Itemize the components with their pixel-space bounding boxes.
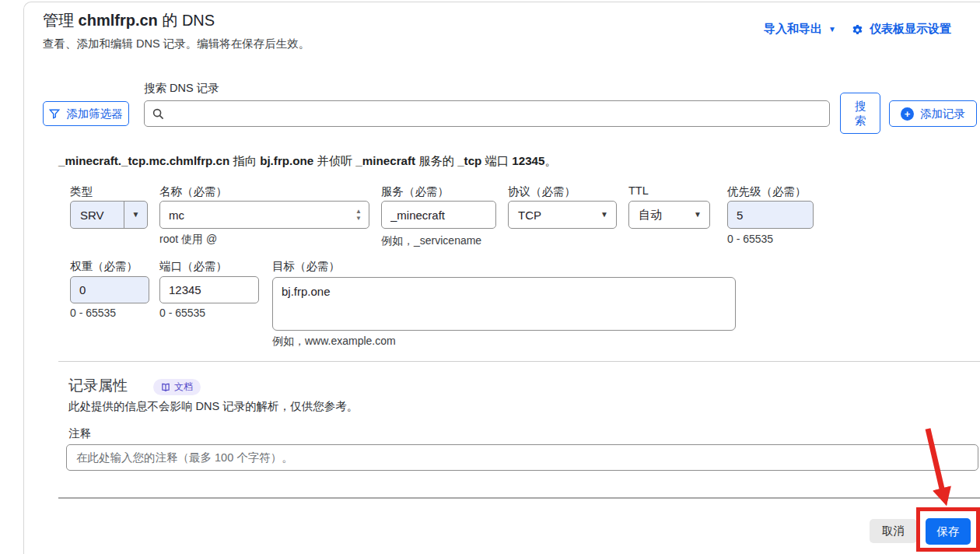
section-divider <box>58 361 980 362</box>
comment-input[interactable] <box>66 444 978 471</box>
weight-label: 权重（必需） <box>70 259 138 274</box>
weight-field-wrap <box>70 276 149 303</box>
comment-label: 注释 <box>68 426 91 441</box>
filter-icon <box>49 108 60 119</box>
name-label: 名称（必需） <box>159 184 227 199</box>
port-input[interactable] <box>160 277 258 303</box>
protocol-select-value: TCP <box>509 209 593 222</box>
weight-input[interactable] <box>71 277 149 303</box>
type-select[interactable]: SRV ▼ <box>70 201 148 229</box>
name-field-wrap: ▲ ▼ <box>159 201 369 229</box>
add-filter-button[interactable]: 添加筛选器 <box>43 101 129 126</box>
save-button[interactable]: 保存 <box>926 518 971 545</box>
stepper-down-icon[interactable]: ▼ <box>355 216 362 221</box>
import-export-label: 导入和导出 <box>764 22 822 37</box>
name-input[interactable] <box>160 202 355 228</box>
service-label: 服务（必需） <box>381 184 449 199</box>
cancel-button[interactable]: 取消 <box>870 519 917 543</box>
service-field-wrap <box>381 201 496 229</box>
protocol-label: 协议（必需） <box>508 184 576 199</box>
port-field-wrap <box>159 276 259 303</box>
chevron-down-icon: ▼ <box>124 202 147 228</box>
dashboard-settings-link[interactable]: 仪表板显示设置 <box>852 22 951 37</box>
chevron-down-icon: ▼ <box>828 26 836 33</box>
port-label: 端口（必需） <box>159 259 227 274</box>
search-button-label-2: 索 <box>855 114 866 128</box>
page-title: 管理 chmlfrp.cn 的 DNS <box>43 10 215 31</box>
search-icon <box>152 108 164 120</box>
target-label: 目标（必需） <box>272 259 340 274</box>
docs-badge-label: 文档 <box>174 380 193 394</box>
priority-helper: 0 - 65535 <box>727 233 773 245</box>
ttl-select[interactable]: 自动 ▼ <box>628 201 710 229</box>
search-input[interactable] <box>170 107 821 121</box>
page-subtitle: 查看、添加和编辑 DNS 记录。编辑将在保存后生效。 <box>43 37 310 51</box>
search-label: 搜索 DNS 记录 <box>144 81 219 96</box>
summary-protocol: _tcp <box>457 154 481 167</box>
record-props-description: 此处提供的信息不会影响 DNS 记录的解析，仅供您参考。 <box>68 399 358 414</box>
dashboard-settings-label: 仪表板显示设置 <box>870 22 951 37</box>
add-filter-label: 添加筛选器 <box>66 107 123 121</box>
priority-field-wrap <box>727 201 814 229</box>
target-helper: 例如，www.example.com <box>272 335 396 349</box>
plus-icon: + <box>901 107 914 121</box>
name-helper: root 使用 @ <box>159 233 217 247</box>
search-button[interactable]: 搜 索 <box>840 93 880 134</box>
type-label: 类型 <box>70 184 93 199</box>
type-select-value: SRV <box>71 209 124 222</box>
dns-management-page: 管理 chmlfrp.cn 的 DNS 查看、添加和编辑 DNS 记录。编辑将在… <box>0 0 980 554</box>
summary-service: _minecraft <box>355 154 415 167</box>
add-record-label: 添加记录 <box>920 107 965 121</box>
page-title-suffix: 的 DNS <box>158 12 215 29</box>
book-icon <box>161 383 170 392</box>
search-box <box>144 100 830 127</box>
header-actions: 导入和导出 ▼ 仪表板显示设置 <box>764 22 951 37</box>
priority-input[interactable] <box>728 202 813 228</box>
summary-port: 12345 <box>512 154 544 167</box>
summary-target: bj.frp.one <box>260 154 313 167</box>
chevron-down-icon: ▼ <box>686 202 709 228</box>
ttl-select-value: 自动 <box>629 208 686 223</box>
port-helper: 0 - 65535 <box>159 307 205 319</box>
weight-helper: 0 - 65535 <box>70 307 116 319</box>
record-summary: _minecraft._tcp.mc.chmlfrp.cn 指向 bj.frp.… <box>58 153 557 170</box>
priority-label: 优先级（必需） <box>727 184 807 199</box>
ttl-label: TTL <box>628 184 649 197</box>
add-record-button[interactable]: + 添加记录 <box>889 100 977 127</box>
number-stepper[interactable]: ▲ ▼ <box>355 209 369 221</box>
stepper-up-icon[interactable]: ▲ <box>355 209 362 214</box>
import-export-menu[interactable]: 导入和导出 ▼ <box>764 22 836 37</box>
search-button-label-1: 搜 <box>855 99 866 114</box>
footer-divider <box>58 497 980 499</box>
service-input[interactable] <box>382 202 495 228</box>
summary-record-name: _minecraft._tcp.mc.chmlfrp.cn <box>58 154 229 167</box>
gear-icon <box>852 23 863 35</box>
record-props-heading: 记录属性 <box>68 376 128 396</box>
page-title-domain: chmlfrp.cn <box>79 12 158 29</box>
service-helper: 例如，_servicename <box>381 234 481 248</box>
chevron-down-icon: ▼ <box>593 202 616 228</box>
docs-badge[interactable]: 文档 <box>153 379 201 395</box>
page-title-prefix: 管理 <box>43 12 79 29</box>
target-textarea[interactable]: bj.frp.one <box>272 277 736 331</box>
protocol-select[interactable]: TCP ▼ <box>508 201 617 229</box>
